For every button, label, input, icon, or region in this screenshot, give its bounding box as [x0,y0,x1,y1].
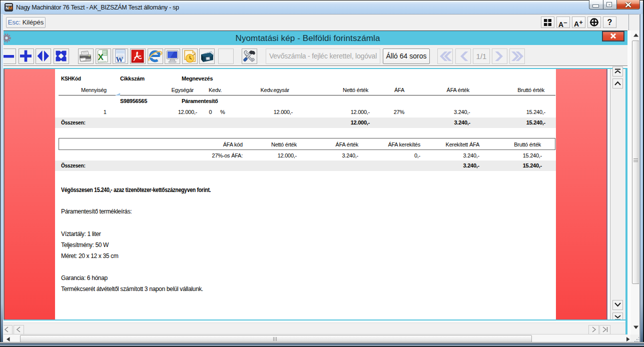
svg-text:W: W [116,56,123,64]
svg-text:M: M [9,6,13,10]
svg-text:X: X [98,52,104,62]
